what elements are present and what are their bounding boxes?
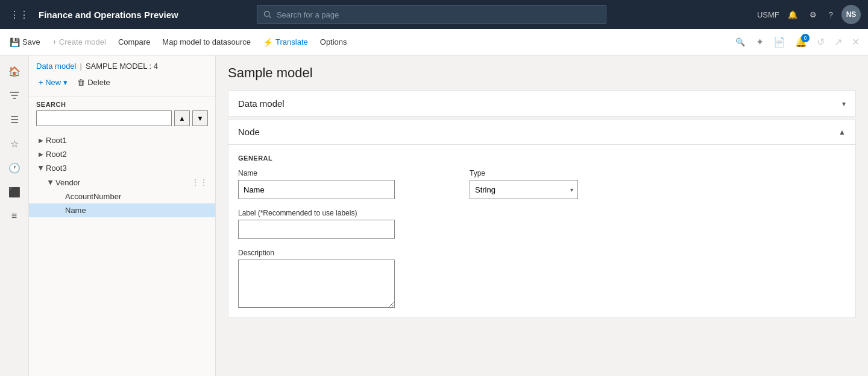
data-model-section: Data model ▾ (228, 91, 856, 116)
node-chevron-icon: ▲ (838, 128, 846, 136)
tree-item-root3[interactable]: ▶ Root3 (29, 161, 215, 175)
toolbar-share-icon[interactable]: ↗ (831, 34, 846, 50)
page-title: Sample model (228, 65, 856, 81)
node-section-header[interactable]: Node ▲ (228, 119, 855, 145)
svg-point-0 (265, 11, 270, 17)
toolbar: 💾 Save + Create model Compare Map model … (0, 29, 868, 56)
sidebar-recent-icon[interactable]: 🕐 (4, 157, 25, 179)
node-section-title: Node (238, 127, 260, 137)
tree-actions: + New ▾ 🗑 Delete (36, 77, 208, 88)
form-group-type: Type String Integer Real Boolean Date Da… (470, 169, 578, 199)
data-model-section-header[interactable]: Data model ▾ (228, 91, 855, 116)
data-model-chevron-icon: ▾ (842, 100, 846, 108)
left-sidebar: 🏠 ☰ ☆ 🕐 ⬛ ≡ (0, 56, 29, 376)
map-model-button[interactable]: Map model to datasource (157, 35, 256, 49)
tree-label-root1: Root1 (46, 136, 208, 145)
options-button[interactable]: Options (315, 35, 352, 49)
toolbar-icon-2[interactable]: 📄 (770, 34, 789, 50)
form-row-name-type: Name Type String Integer Real Boolean (238, 169, 846, 199)
label-field-label: Label (*Recommended to use labels) (238, 209, 846, 217)
tree-label-root2: Root2 (46, 150, 208, 159)
tree-item-root1[interactable]: ▶ Root1 (29, 133, 215, 147)
search-icon (263, 10, 271, 19)
node-section-body: GENERAL Name Type String Integer (228, 145, 855, 317)
compare-button[interactable]: Compare (113, 35, 155, 49)
sidebar-favorites-icon[interactable]: ☆ (4, 133, 25, 155)
breadcrumb-separator: | (80, 62, 81, 71)
notifications-icon[interactable]: 🔔 (784, 8, 801, 22)
new-button[interactable]: + New ▾ (36, 77, 70, 88)
tree-item-accountnumber[interactable]: AccountNumber (29, 190, 215, 203)
tree-item-vendor[interactable]: ▶ Vendor ⋮⋮ (29, 175, 215, 190)
search-controls: ▲ ▼ (36, 110, 208, 126)
general-label: GENERAL (238, 155, 846, 162)
save-icon: 💾 (10, 37, 20, 47)
sidebar-home-icon[interactable]: 🏠 (4, 60, 25, 82)
svg-line-1 (269, 16, 271, 18)
toolbar-badge[interactable]: 🔔 0 (791, 34, 811, 50)
grid-menu-icon[interactable]: ⋮⋮ (7, 7, 31, 23)
search-down-button[interactable]: ▼ (192, 110, 208, 126)
new-dropdown-icon: ▾ (63, 78, 68, 87)
main-layout: 🏠 ☰ ☆ 🕐 ⬛ ≡ Data model | SAMPLE MODEL : … (0, 56, 868, 376)
tree-label-name: Name (65, 206, 208, 215)
sidebar-list-icon[interactable]: ≡ (4, 205, 25, 227)
description-textarea[interactable] (238, 260, 395, 308)
type-select[interactable]: String Integer Real Boolean Date DateTim… (470, 180, 578, 199)
data-model-section-title: Data model (238, 98, 285, 109)
node-section: Node ▲ GENERAL Name Type (228, 119, 856, 318)
save-button[interactable]: 💾 Save (5, 35, 45, 49)
breadcrumb-current: SAMPLE MODEL : 4 (86, 62, 158, 71)
tree-arrow-root3: ▶ (38, 164, 45, 173)
toolbar-refresh-icon[interactable]: ↺ (813, 34, 828, 50)
top-nav-right: USMF 🔔 ⚙ ? NS (757, 5, 861, 24)
breadcrumb: Data model | SAMPLE MODEL : 4 (36, 62, 208, 71)
content-area: Sample model Data model ▾ Node ▲ GENERAL… (216, 56, 868, 376)
sidebar-menu-icon[interactable]: ☰ (4, 109, 25, 130)
form-group-description: Description (238, 249, 846, 308)
app-title: Finance and Operations Preview (39, 10, 178, 20)
type-label: Type (470, 169, 578, 177)
settings-icon[interactable]: ⚙ (806, 8, 820, 22)
tree-label-vendor: Vendor (55, 178, 191, 187)
user-company: USMF (757, 10, 779, 19)
translate-button[interactable]: ⚡ Translate (258, 35, 313, 49)
type-select-wrapper: String Integer Real Boolean Date DateTim… (470, 180, 578, 199)
tree-item-name[interactable]: Name (29, 203, 215, 217)
toolbar-icon-1[interactable]: ✦ (752, 34, 767, 50)
search-label: SEARCH (36, 101, 208, 108)
sidebar-workspace-icon[interactable]: ⬛ (4, 181, 25, 203)
top-nav: ⋮⋮ Finance and Operations Preview USMF 🔔… (0, 0, 868, 29)
toolbar-search-icon[interactable]: 🔍 (731, 35, 750, 49)
sidebar-filter-icon[interactable] (4, 84, 25, 106)
search-up-button[interactable]: ▲ (174, 110, 190, 126)
delete-button[interactable]: 🗑 Delete (75, 77, 113, 88)
form-group-label: Label (*Recommended to use labels) (238, 209, 846, 239)
tree-arrow-vendor: ▶ (48, 177, 54, 187)
translate-icon: ⚡ (263, 37, 273, 47)
tree-item-root2[interactable]: ▶ Root2 (29, 147, 215, 161)
drag-handle-vendor: ⋮⋮ (191, 177, 208, 187)
form-group-name: Name (238, 169, 395, 199)
help-icon[interactable]: ? (825, 8, 837, 22)
tree-label-accountnumber: AccountNumber (65, 192, 208, 201)
create-model-button[interactable]: + Create model (48, 35, 111, 49)
label-field-input[interactable] (238, 220, 395, 239)
tree-header: Data model | SAMPLE MODEL : 4 + New ▾ 🗑 … (29, 56, 215, 97)
avatar[interactable]: NS (841, 5, 861, 24)
tree-arrow-root1: ▶ (36, 137, 46, 144)
delete-icon: 🗑 (77, 78, 85, 87)
description-label: Description (238, 249, 846, 257)
name-input[interactable] (238, 180, 395, 199)
toolbar-close-icon[interactable]: ✕ (848, 34, 863, 50)
tree-arrow-root2: ▶ (36, 151, 46, 158)
global-search-input[interactable] (277, 10, 600, 19)
global-search[interactable] (257, 5, 606, 24)
search-section: SEARCH ▲ ▼ (29, 97, 215, 131)
tree-label-root3: Root3 (46, 164, 208, 173)
tree-panel: Data model | SAMPLE MODEL : 4 + New ▾ 🗑 … (29, 56, 216, 376)
breadcrumb-link[interactable]: Data model (36, 62, 76, 71)
name-label: Name (238, 169, 395, 177)
tree-content: ▶ Root1 ▶ Root2 ▶ Root3 ▶ Vendor ⋮⋮ (29, 131, 215, 376)
tree-search-input[interactable] (36, 110, 172, 126)
